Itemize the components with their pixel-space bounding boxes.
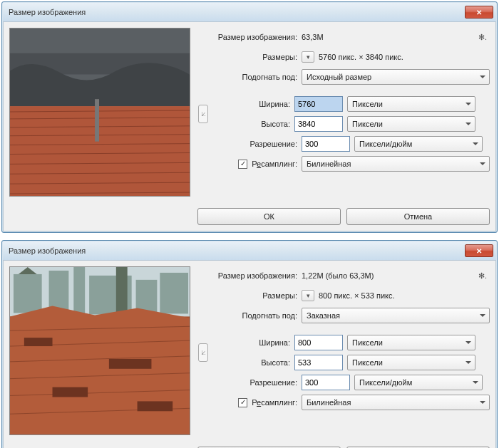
width-label: Ширина: [210,338,290,347]
titlebar[interactable]: Размер изображения ✕ [3,3,496,21]
svg-rect-32 [109,359,152,369]
close-button[interactable]: ✕ [465,244,493,257]
size-label: Размер изображения: [197,271,297,280]
resample-checkbox[interactable] [238,398,247,407]
dimensions-value: 800 пикс. × 533 пикс. [319,291,395,300]
svg-rect-13 [95,99,99,141]
svg-marker-23 [116,267,128,315]
svg-rect-34 [138,401,173,411]
gear-icon[interactable]: ✻. [475,31,490,43]
width-input[interactable] [294,96,343,112]
dimensions-value: 5760 пикс. × 3840 пикс. [319,53,403,61]
titlebar[interactable]: Размер изображения ✕ [3,241,496,260]
preview-thumbnail[interactable] [9,28,190,197]
svg-rect-18 [73,267,85,315]
svg-rect-31 [24,338,53,346]
height-unit-select[interactable]: Пиксели [347,355,475,370]
link-icon[interactable]: ⟀ [198,343,208,362]
resolution-label: Разрешение: [197,140,297,148]
svg-rect-21 [160,273,188,314]
gear-icon[interactable]: ✻. [475,269,490,282]
dims-toggle-icon[interactable]: ▾ [302,51,314,63]
fit-to-select[interactable]: Заказная [302,308,490,323]
resolution-label: Разрешение: [197,378,297,387]
dialog-body: Размер изображения: 63,3M ✻. Размеры: ▾ … [3,21,496,231]
dimensions-label: Размеры: [197,53,297,61]
resample-checkbox[interactable] [238,160,247,169]
height-label: Высота: [210,120,290,128]
cancel-button[interactable]: Отмена [346,208,490,225]
fit-to-select[interactable]: Исходный размер [302,69,490,85]
height-label: Высота: [210,358,290,367]
svg-marker-24 [10,306,190,434]
width-unit-select[interactable]: Пиксели [347,335,475,350]
resolution-input[interactable] [302,136,350,152]
link-icon[interactable]: ⟀ [198,105,208,123]
height-input[interactable] [294,116,343,132]
dimensions-label: Размеры: [197,291,297,300]
dims-toggle-icon[interactable]: ▾ [302,290,314,301]
resample-label: Ресамплинг: [252,398,297,407]
fit-to-label: Подогнать под: [197,73,297,81]
preview-thumbnail[interactable] [9,266,190,435]
image-size-dialog: Размер изображения ✕ [1,240,498,448]
dialog-title: Размер изображения [9,246,86,255]
close-button[interactable]: ✕ [465,6,493,19]
ok-button[interactable]: ОК [197,208,341,225]
size-value: 63,3M [302,33,324,41]
resolution-unit-select[interactable]: Пиксели/дюйм [354,375,483,390]
resolution-unit-select[interactable]: Пиксели/дюйм [354,136,483,152]
width-input[interactable] [294,335,343,350]
size-label: Размер изображения: [197,33,297,41]
height-input[interactable] [294,355,343,370]
dialog-title: Размер изображения [9,8,86,16]
resample-method-select[interactable]: Билинейная [302,156,490,172]
height-unit-select[interactable]: Пиксели [347,116,475,132]
width-label: Ширина: [210,100,290,108]
resample-label: Ресамплинг: [252,160,297,168]
dialog-body: Размер изображения: 1,22M (было 63,3M) ✻… [3,260,496,448]
width-unit-select[interactable]: Пиксели [347,96,475,112]
fit-to-label: Подогнать под: [197,311,297,320]
resample-method-select[interactable]: Билинейная [302,395,490,410]
svg-rect-33 [53,387,88,397]
resolution-input[interactable] [302,375,350,390]
svg-rect-16 [14,274,42,313]
size-value: 1,22M (было 63,3M) [302,271,374,280]
image-size-dialog: Размер изображения ✕ [1,1,498,233]
